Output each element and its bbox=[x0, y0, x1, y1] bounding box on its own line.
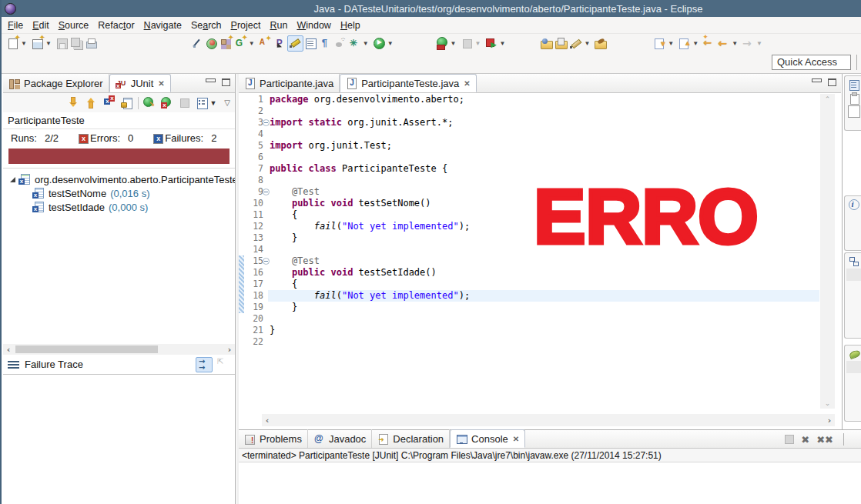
code-line-18[interactable]: 18 fail("Not yet implemented"); bbox=[239, 290, 819, 302]
junit-tree-item[interactable]: testSetIdade(0,000 s) bbox=[3, 200, 235, 214]
editor-horizontal-scrollbar[interactable]: ‹ › bbox=[262, 414, 835, 426]
open-type-hierarchy-button[interactable] bbox=[273, 36, 287, 51]
minimized-task-list[interactable] bbox=[844, 75, 861, 131]
debug-button[interactable]: ▼ bbox=[347, 36, 372, 51]
stop-dropdown-icon[interactable]: ▼ bbox=[475, 40, 481, 47]
code-line-6[interactable]: 6 bbox=[239, 152, 819, 163]
back-dropdown-icon[interactable]: ▼ bbox=[732, 40, 738, 47]
tab-problems[interactable]: Problems bbox=[239, 429, 308, 448]
new-plugin-button[interactable] bbox=[219, 36, 233, 51]
new-java-project-button[interactable]: ▼ bbox=[30, 36, 55, 51]
code-line-16[interactable]: 16 public void testSetIdade() bbox=[239, 267, 819, 279]
task-list-icon[interactable] bbox=[849, 79, 859, 90]
new-annotation-button[interactable] bbox=[258, 36, 273, 51]
tree-expand-icon[interactable] bbox=[8, 175, 18, 184]
remove-all-launches-icon[interactable]: ✖✖ bbox=[816, 434, 833, 446]
scroll-up-icon[interactable]: ⌃ bbox=[820, 95, 835, 103]
quick-access-box[interactable]: Quick Access bbox=[772, 55, 851, 70]
editor-vertical-scrollbar[interactable]: ⌃ ⌄ bbox=[820, 94, 835, 409]
new-wizard-button[interactable]: ▼ bbox=[5, 36, 30, 51]
scrollbar-thumb[interactable] bbox=[15, 345, 158, 353]
debug-dropdown-icon[interactable]: ▼ bbox=[363, 40, 369, 47]
code-line-19[interactable]: 19 } bbox=[239, 302, 819, 313]
menu-window[interactable]: Window bbox=[292, 18, 335, 32]
maximize-view-icon[interactable] bbox=[222, 78, 230, 86]
remove-launch-icon[interactable]: ✖ bbox=[801, 434, 809, 446]
junit-tree-item[interactable]: testSetNome(0,016 s) bbox=[3, 186, 235, 200]
tab-participanteteste-java[interactable]: ParticipanteTeste.java✕ bbox=[340, 74, 477, 92]
next-annotation-dropdown-icon[interactable]: ▼ bbox=[668, 40, 674, 47]
leaf-icon[interactable] bbox=[849, 349, 859, 359]
outline-icon[interactable] bbox=[849, 256, 859, 267]
menu-help[interactable]: Help bbox=[336, 18, 365, 32]
code-line-22[interactable]: 22 bbox=[239, 336, 819, 348]
tab-javadoc[interactable]: Javadoc bbox=[308, 429, 372, 448]
menu-run[interactable]: Run bbox=[265, 18, 292, 32]
fold-collapse-icon[interactable] bbox=[263, 258, 270, 265]
show-failures-only-button[interactable] bbox=[102, 95, 116, 110]
open-task-button[interactable] bbox=[539, 36, 554, 51]
menu-search[interactable]: Search bbox=[186, 18, 226, 32]
menu-source[interactable]: Source bbox=[54, 18, 94, 32]
forward-dropdown-icon[interactable]: ▼ bbox=[756, 40, 762, 47]
scroll-right-icon[interactable]: › bbox=[224, 345, 235, 355]
code-line-20[interactable]: 20 bbox=[239, 313, 819, 325]
rerun-test-button[interactable] bbox=[142, 95, 156, 110]
scroll-right-icon[interactable]: › bbox=[824, 416, 835, 426]
previous-failed-test-button[interactable] bbox=[84, 95, 99, 110]
new-java-project-dropdown-icon[interactable]: ▼ bbox=[45, 40, 52, 47]
view-menu-chevron-icon[interactable]: ▽ bbox=[224, 98, 230, 107]
junit-view-menu-button[interactable] bbox=[195, 95, 209, 110]
last-edit-location-button[interactable] bbox=[702, 36, 716, 51]
stop-button[interactable]: ▼ bbox=[460, 36, 484, 51]
previous-annotation-button[interactable]: ▼ bbox=[677, 36, 702, 51]
save-button[interactable] bbox=[55, 36, 69, 51]
menu-project[interactable]: Project bbox=[226, 18, 266, 32]
rerun-failed-first-button[interactable] bbox=[159, 95, 174, 110]
close-tab-icon[interactable]: ✕ bbox=[158, 79, 164, 88]
minimized-info-view[interactable] bbox=[844, 195, 861, 251]
code-line-1[interactable]: 1package org.desenvolvimento.aberto; bbox=[239, 94, 819, 105]
mark-task-dropdown-icon[interactable]: ▼ bbox=[584, 40, 590, 47]
save-all-button[interactable] bbox=[69, 36, 84, 51]
close-tab-icon[interactable]: ✕ bbox=[464, 79, 470, 88]
coverage-dropdown-icon[interactable]: ▼ bbox=[451, 40, 457, 47]
clipboard-icon[interactable] bbox=[849, 93, 859, 104]
code-line-2[interactable]: 2 bbox=[239, 105, 819, 117]
show-stack-trace-button[interactable] bbox=[215, 357, 232, 372]
tab-package-explorer[interactable]: Package Explorer bbox=[3, 74, 109, 92]
tab-declaration[interactable]: Declaration bbox=[372, 429, 450, 448]
menu-navigate[interactable]: Navigate bbox=[139, 18, 186, 32]
minimized-outline-view[interactable] bbox=[844, 252, 861, 339]
search-task-button[interactable] bbox=[593, 36, 608, 51]
code-line-17[interactable]: 17 { bbox=[239, 279, 819, 290]
next-failed-test-button[interactable] bbox=[66, 95, 81, 110]
terminate-icon[interactable] bbox=[785, 435, 794, 444]
minimized-view[interactable] bbox=[844, 345, 861, 422]
junit-horizontal-scrollbar[interactable]: ‹ › bbox=[3, 344, 235, 355]
menu-file[interactable]: File bbox=[3, 18, 28, 32]
show-source-frame-button[interactable] bbox=[303, 36, 318, 51]
info-icon[interactable] bbox=[849, 199, 859, 210]
junit-menu-dropdown-icon[interactable]: ▼ bbox=[209, 99, 216, 107]
update-plugin-button[interactable] bbox=[204, 36, 219, 51]
fold-collapse-icon[interactable] bbox=[263, 189, 270, 195]
menu-refactor[interactable]: Refactor bbox=[93, 18, 139, 32]
generate-class-button[interactable]: ▼ bbox=[233, 36, 258, 51]
scroll-left-icon[interactable]: ‹ bbox=[3, 345, 14, 355]
code-line-4[interactable]: 4 bbox=[239, 129, 819, 140]
minimize-view-icon[interactable] bbox=[812, 78, 820, 86]
stop-junit-button[interactable] bbox=[177, 95, 192, 110]
mark-task-button[interactable]: ▼ bbox=[568, 36, 593, 51]
code-line-21[interactable]: 21} bbox=[239, 325, 819, 336]
tab-junit[interactable]: JUnit✕ bbox=[109, 74, 171, 92]
code-line-3[interactable]: 3import static org.junit.Assert.*; bbox=[239, 117, 819, 129]
next-annotation-button[interactable]: ▼ bbox=[652, 36, 677, 51]
run-dropdown-icon[interactable]: ▼ bbox=[387, 40, 394, 47]
close-tab-icon[interactable]: ✕ bbox=[513, 435, 519, 443]
tab-console[interactable]: Console✕ bbox=[450, 429, 525, 448]
scroll-down-icon[interactable]: ⌄ bbox=[820, 399, 835, 407]
maximize-view-icon[interactable] bbox=[828, 78, 836, 86]
new-wizard-dropdown-icon[interactable]: ▼ bbox=[21, 40, 27, 47]
show-whitespace-button[interactable] bbox=[318, 36, 333, 51]
